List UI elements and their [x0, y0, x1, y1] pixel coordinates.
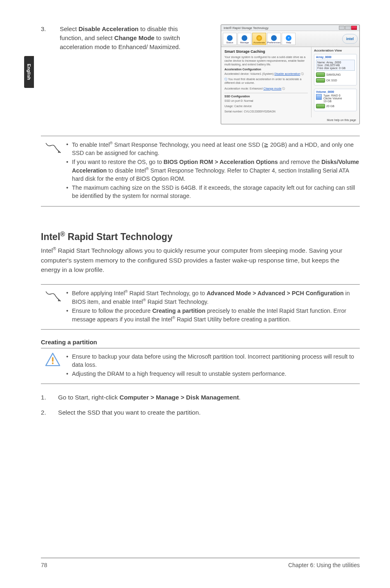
- info-note: You must first disable acceleration in o…: [224, 77, 308, 85]
- accel-config-heading: Acceleration Configuration: [224, 68, 308, 71]
- text: Rapid Start Technology.: [146, 298, 208, 305]
- minimize-button[interactable]: [339, 26, 345, 30]
- language-tab: English: [24, 56, 34, 88]
- note-body: To enable Intel® Smart Response Technolo…: [65, 140, 360, 201]
- note-icon: [41, 289, 65, 303]
- drive-row: SAMSUNG: [316, 72, 355, 77]
- accel-view-heading: Acceleration View: [314, 49, 357, 52]
- info: Size: 298,023 MB: [317, 64, 354, 67]
- note-block-1: To enable Intel® Smart Response Technolo…: [41, 136, 360, 206]
- drive-label: SAMSUNG: [326, 73, 341, 76]
- reg-mark: ®: [125, 289, 128, 294]
- smart-storage-heading: Smart Storage Caching: [224, 49, 308, 54]
- text: .: [239, 394, 240, 401]
- reg-mark: ®: [146, 166, 149, 171]
- note-item: To enable Intel® Smart Response Technolo…: [65, 140, 360, 157]
- page-number: 78: [41, 562, 47, 568]
- irst-screenshot: Intel® Rapid Storage Technology Status M…: [221, 25, 360, 124]
- preferences-icon: [271, 35, 277, 41]
- toolbar-manage[interactable]: Manage: [238, 33, 251, 45]
- warning-item: Adjusting the DRAM to a high frequency w…: [65, 370, 360, 378]
- text: Go to Start, right-click: [58, 394, 119, 401]
- text: Intel: [41, 231, 60, 242]
- text: to disable Intel: [107, 167, 146, 174]
- warning-block: Ensure to backup your data before using …: [41, 348, 360, 384]
- note-body: Before applying Intel® Rapid Start Techn…: [65, 289, 360, 324]
- step-number: 2.: [41, 408, 58, 417]
- bold: Advanced Mode > Advanced > PCH Configura…: [206, 290, 343, 296]
- note-item: Before applying Intel® Rapid Start Techn…: [65, 289, 360, 306]
- accelerate-icon: [256, 35, 262, 41]
- warning-icon: [41, 352, 65, 366]
- drive-row: 20 GB: [316, 104, 355, 108]
- help-icon: ?: [286, 35, 291, 41]
- toolbar-preferences[interactable]: Preferences: [267, 33, 281, 45]
- label: Status: [226, 41, 233, 44]
- drive-label: 20 GB: [326, 105, 334, 108]
- label: Help: [286, 41, 291, 44]
- warning-item: Ensure to backup your data before using …: [65, 352, 360, 369]
- screenshot-footer: More help on this page: [221, 117, 359, 124]
- reg-mark: ®: [143, 298, 146, 302]
- screenshot-right-pane: Acceleration View Array_0000 Name: Array…: [311, 47, 359, 117]
- chapter-label: Chapter 6: Using the utilities: [288, 562, 360, 568]
- close-button[interactable]: [351, 26, 357, 30]
- text: Before applying Intel: [72, 290, 125, 296]
- drive-row: OK SSD: [316, 78, 355, 83]
- step-3-body: Select Disable Acceleration to disable t…: [60, 25, 190, 51]
- page-footer: 78 Chapter 6: Using the utilities: [41, 562, 360, 568]
- label: Manage: [240, 41, 249, 44]
- maximize-button[interactable]: [345, 26, 351, 30]
- text: Acceleration mode: Enhanced: [224, 87, 263, 90]
- svg-point-1: [52, 362, 54, 364]
- page-content: 3. Select Disable Acceleration to disabl…: [41, 25, 360, 423]
- info: 19 GB: [323, 100, 342, 103]
- ssd-config-heading: SSD Configuration: [224, 95, 308, 98]
- window-buttons: [339, 26, 357, 30]
- volume-name: Volume_0000: [316, 90, 355, 93]
- svg-rect-0: [52, 357, 54, 361]
- step-2: 2.Select the SSD that you want to create…: [41, 408, 360, 417]
- change-mode-link[interactable]: Change mode: [263, 87, 281, 90]
- reg-mark: ®: [172, 315, 175, 320]
- text: Rapid Start Technology allows you to qui…: [41, 247, 342, 273]
- divider: [224, 93, 308, 93]
- accel-mode-line: Acceleration mode: Enhanced Change mode …: [224, 87, 308, 90]
- bold: Creating a partition: [152, 307, 205, 314]
- bold: Disable Acceleration: [78, 25, 139, 32]
- step-3-text: 3. Select Disable Acceleration to disabl…: [41, 25, 192, 51]
- info: Type: RAID 0: [323, 94, 342, 97]
- note-item: If you want to restore the OS, go to BIO…: [65, 158, 360, 183]
- cache-volume-card[interactable]: Volume_0000 Type: RAID 0 Cache Volume 19…: [314, 89, 357, 111]
- drive-icon: [316, 78, 325, 83]
- info: Free disk space: 0 GB: [317, 67, 354, 70]
- accel-device-line: Accelerated device: Volume1 (System) Dis…: [224, 72, 308, 76]
- note-block-2: Before applying Intel® Rapid Start Techn…: [41, 284, 360, 330]
- drive-icon: [316, 104, 325, 108]
- window-titlebar: Intel® Rapid Storage Technology: [221, 25, 359, 31]
- reg-mark: ®: [60, 230, 65, 238]
- toolbar-status[interactable]: Status: [223, 33, 237, 45]
- toolbar-help[interactable]: ?Help: [282, 33, 296, 45]
- text: Smart Response Technology, you need at l…: [113, 141, 264, 148]
- disable-acceleration-link[interactable]: Disable acceleration: [274, 72, 300, 75]
- more-help-link[interactable]: More help on this page: [327, 119, 356, 121]
- window-title: Intel® Rapid Storage Technology: [224, 26, 269, 30]
- screenshot-main: Smart Storage Caching Your storage syste…: [221, 47, 359, 117]
- bold: Change Mode: [114, 34, 155, 41]
- step-text: Select the SSD that you want to create t…: [58, 408, 201, 417]
- text: If you want to restore the OS, go to: [72, 159, 164, 165]
- text: Accelerated device: Volume1 (System): [224, 72, 274, 75]
- label: Accelerate: [253, 41, 265, 44]
- array-card[interactable]: Array_0000 Name: Array_0000 Size: 298,02…: [314, 54, 357, 85]
- step-3: 3. Select Disable Acceleration to disabl…: [41, 25, 360, 124]
- toolbar: Status Manage Accelerate Preferences ?He…: [221, 31, 359, 47]
- section-heading: Intel® Rapid Start Technology: [41, 230, 360, 242]
- volume-icon: [316, 94, 322, 100]
- footer-rule: [41, 558, 360, 558]
- status-icon: [227, 35, 233, 41]
- section-intro: Intel® Rapid Start Technology allows you…: [41, 245, 360, 274]
- toolbar-accelerate[interactable]: Accelerate: [252, 33, 266, 45]
- text: Rapid Start Technology, go to: [128, 290, 207, 296]
- text: and remove the: [278, 159, 321, 165]
